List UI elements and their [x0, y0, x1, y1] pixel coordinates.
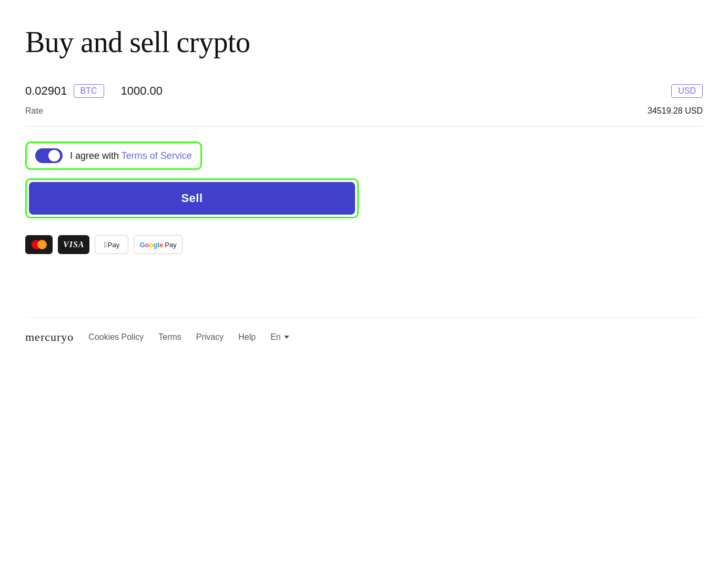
googlepay-g-icon: Google: [139, 241, 163, 249]
mastercard-badge: [25, 235, 53, 254]
footer-link-terms[interactable]: Terms: [158, 332, 181, 342]
crypto-row: 0.02901 BTC 1000.00 USD: [25, 84, 703, 98]
footer-link-cookies-policy[interactable]: Cookies Policy: [88, 332, 144, 342]
chevron-down-icon: [284, 336, 289, 339]
applepay-label: Pay: [108, 241, 119, 249]
applepay-badge:  Pay: [95, 235, 128, 254]
footer: mercuryo Cookies Policy Terms Privacy He…: [25, 317, 703, 344]
crypto-amount: 0.02901: [25, 84, 67, 98]
fiat-currency-badge[interactable]: USD: [671, 84, 703, 98]
footer-link-help[interactable]: Help: [238, 332, 256, 342]
rate-label: Rate: [25, 106, 43, 116]
page-title: Buy and sell crypto: [25, 25, 703, 59]
language-selector[interactable]: En: [270, 332, 289, 342]
mastercard-circles: [32, 240, 47, 249]
applepay-icon: : [104, 240, 107, 249]
crypto-currency-badge[interactable]: BTC: [74, 84, 104, 98]
mc-right-circle: [37, 240, 47, 249]
agree-text: I agree with Terms of Service: [70, 150, 192, 161]
language-label: En: [270, 332, 281, 342]
footer-logo: mercuryo: [25, 330, 74, 344]
toggle-track: [35, 148, 63, 163]
rate-value: 34519.28 USD: [648, 106, 703, 116]
footer-link-privacy[interactable]: Privacy: [196, 332, 224, 342]
sell-button[interactable]: Sell: [29, 182, 355, 215]
terms-agree-section: I agree with Terms of Service: [25, 142, 202, 170]
toggle-thumb: [48, 150, 60, 161]
googlepay-label: Pay: [165, 241, 176, 249]
terms-of-service-link[interactable]: Terms of Service: [122, 150, 192, 161]
page-container: Buy and sell crypto 0.02901 BTC 1000.00 …: [0, 0, 728, 365]
rate-row: Rate 34519.28 USD: [25, 106, 703, 127]
terms-toggle[interactable]: [35, 148, 63, 163]
sell-button-wrapper: Sell: [25, 178, 359, 218]
fiat-amount: 1000.00: [121, 84, 672, 98]
googlepay-badge: Google Pay: [134, 235, 182, 254]
visa-label: VISA: [63, 240, 84, 249]
visa-badge: VISA: [58, 235, 89, 254]
payment-methods: VISA  Pay Google Pay: [25, 235, 703, 254]
